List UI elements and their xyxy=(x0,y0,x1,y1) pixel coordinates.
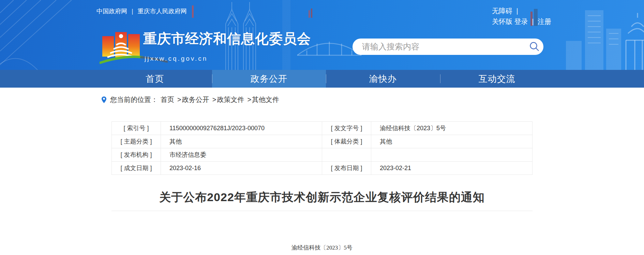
search-icon xyxy=(529,41,540,52)
link-register[interactable]: 注册 xyxy=(538,18,551,25)
breadcrumb-prefix: 您当前的位置： xyxy=(110,95,158,104)
meta-label-written-date: [ 成文日期 ] xyxy=(112,162,161,175)
document-meta-table: [ 索引号 ] 11500000009276281J/2023-00070 [ … xyxy=(111,121,533,175)
topbar-left-links: 中国政府网 | 重庆市人民政府网 xyxy=(96,7,187,15)
main-navigation: 首页 政务公开 渝快办 互动交流 xyxy=(0,70,644,88)
main-content: 您当前的位置： 首页 > 政务公开 > 政策文件 > 其他文件 [ 索引号 ] … xyxy=(111,95,533,252)
page-title: 关于公布2022年重庆市技术创新示范企业复核评价结果的通知 xyxy=(111,190,533,205)
meta-value-issuing-agency: 市经济信息委 xyxy=(161,148,322,162)
title-divider xyxy=(111,211,533,211)
breadcrumb: 您当前的位置： 首页 > 政务公开 > 政策文件 > 其他文件 xyxy=(101,95,533,104)
meta-value-genre-category: 其他 xyxy=(371,135,533,148)
site-title[interactable]: 重庆市经济和信息化委员会 xyxy=(143,29,311,48)
link-login[interactable]: 登录 xyxy=(514,18,528,25)
search-input[interactable] xyxy=(353,39,526,55)
table-row: [ 成文日期 ] 2023-02-16 [ 发布日期 ] 2023-02-21 xyxy=(112,162,533,175)
meta-label-issuing-agency: [ 发布机构 ] xyxy=(112,148,161,162)
breadcrumb-separator: > xyxy=(212,96,216,104)
breadcrumb-separator: > xyxy=(177,96,181,104)
breadcrumb-item-policy-files[interactable]: 政策文件 xyxy=(217,95,244,104)
meta-label-publish-date: [ 发布日期 ] xyxy=(322,162,371,175)
link-china-gov[interactable]: 中国政府网 xyxy=(96,7,127,15)
search-box xyxy=(353,39,543,55)
breadcrumb-item-other-files[interactable]: 其他文件 xyxy=(252,95,279,104)
site-url: jjxxw.cq.gov.cn xyxy=(145,55,208,62)
meta-value-subject-category: 其他 xyxy=(161,135,322,148)
link-care-version[interactable]: 关怀版 xyxy=(492,18,512,25)
nav-item-home[interactable]: 首页 xyxy=(98,70,212,88)
topbar-separator: | xyxy=(532,18,534,25)
meta-value-doc-symbol: 渝经信科技〔2023〕5号 xyxy=(371,122,533,135)
nav-item-yukuaiban[interactable]: 渝快办 xyxy=(326,70,440,88)
topbar-separator: | xyxy=(132,8,133,15)
meta-label-subject-category: [ 主题分类 ] xyxy=(112,135,161,148)
topbar-right-links: 无障碍 | 关怀版 登录 | 注册 xyxy=(492,6,551,27)
site-header: 中国政府网 | 重庆市人民政府网 无障碍 | 关怀版 登录 | 注册 xyxy=(0,0,644,70)
meta-value-publish-date: 2023-02-21 xyxy=(371,162,533,175)
location-pin-icon xyxy=(101,96,107,104)
meta-value-index-number: 11500000009276281J/2023-00070 xyxy=(161,122,322,135)
table-row: [ 主题分类 ] 其他 [ 体裁分类 ] 其他 xyxy=(112,135,533,148)
meta-label-doc-symbol: [ 发文字号 ] xyxy=(322,122,371,135)
meta-label-index-number: [ 索引号 ] xyxy=(112,122,161,135)
link-accessibility[interactable]: 无障碍 xyxy=(492,7,512,15)
link-chongqing-gov[interactable]: 重庆市人民政府网 xyxy=(138,7,187,15)
breadcrumb-item-home[interactable]: 首页 xyxy=(161,95,174,104)
table-row: [ 发布机构 ] 市经济信息委 xyxy=(112,148,533,162)
topbar-separator: | xyxy=(516,7,518,15)
search-button[interactable] xyxy=(526,39,543,55)
meta-value-empty xyxy=(371,148,533,162)
nav-item-interaction[interactable]: 互动交流 xyxy=(440,70,554,88)
meta-label-empty xyxy=(322,148,371,162)
nav-item-gov-disclosure[interactable]: 政务公开 xyxy=(212,70,326,88)
meta-value-written-date: 2023-02-16 xyxy=(161,162,322,175)
table-row: [ 索引号 ] 11500000009276281J/2023-00070 [ … xyxy=(112,122,533,135)
breadcrumb-separator: > xyxy=(247,96,251,104)
document-number: 渝经信科技〔2023〕5号 xyxy=(111,244,533,252)
meta-label-genre-category: [ 体裁分类 ] xyxy=(322,135,371,148)
breadcrumb-item-gov-disclosure[interactable]: 政务公开 xyxy=(182,95,209,104)
